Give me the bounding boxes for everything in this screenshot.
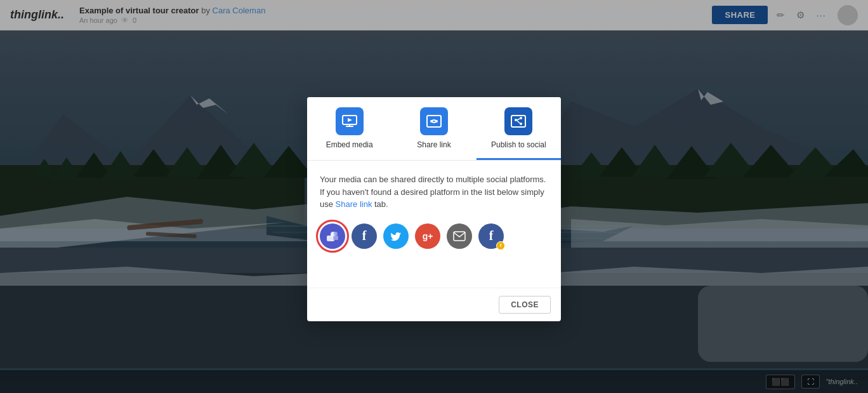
publish-social-tab-label: Publish to social [491,140,546,149]
svg-point-43 [435,120,438,123]
twitter-icon[interactable] [383,223,409,249]
desc-line1: Your media can be shared directly to mul… [320,175,546,184]
modal-overlay: Embed media Share link [0,0,868,393]
facebook-letter: f [362,229,367,243]
teams-icon[interactable] [320,223,345,249]
tab-share-link[interactable]: Share link [391,97,476,160]
googleplus-icon[interactable]: g+ [415,223,440,249]
svg-point-42 [430,120,433,123]
svg-rect-40 [349,124,350,127]
email-icon[interactable] [447,223,472,249]
svg-point-47 [520,123,522,125]
embed-tab-label: Embed media [326,140,373,149]
modal-description: Your media can be shared directly to mul… [320,173,548,211]
facebook-icon[interactable]: f [352,223,377,249]
share-link-tab-label: Share link [417,140,450,149]
tab-publish-social[interactable]: Publish to social [477,97,561,160]
svg-rect-51 [327,236,334,241]
googleplus-label: g+ [423,231,433,241]
share-link-link[interactable]: Share link [336,199,372,209]
fb-pages-badge: f [496,241,505,250]
publish-social-icon [504,107,532,135]
modal-body: Your media can be shared directly to mul… [307,161,561,288]
close-button[interactable]: CLOSE [499,296,551,314]
svg-point-52 [334,232,338,236]
svg-line-48 [517,119,520,120]
svg-point-46 [520,117,522,119]
share-modal: Embed media Share link [307,97,561,321]
desc-line3-prefix: use [320,199,336,209]
svg-rect-50 [331,232,336,237]
tab-embed-media[interactable]: Embed media [307,97,391,160]
fb-pages-letter: f [489,229,494,243]
social-icons-row: f g+ [320,223,548,249]
modal-tabs: Embed media Share link [307,97,561,161]
fb-pages-icon[interactable]: f f [478,223,504,249]
desc-line3-suffix: tab. [372,199,388,209]
share-link-icon [420,107,448,135]
svg-rect-54 [454,232,465,241]
svg-rect-41 [427,116,441,127]
svg-point-45 [515,119,517,121]
svg-line-49 [517,121,520,123]
embed-icon [336,107,364,135]
desc-line2: If you haven't found a desired platform … [320,187,544,197]
svg-rect-53 [333,236,338,240]
modal-footer: CLOSE [307,288,561,321]
svg-marker-38 [348,118,352,122]
